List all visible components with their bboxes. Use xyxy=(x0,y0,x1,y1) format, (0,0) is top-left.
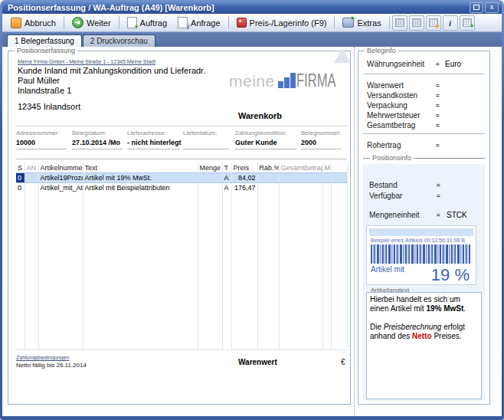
cell-preis[interactable]: 176,47 xyxy=(231,183,257,193)
col-header-preis[interactable]: Preis xyxy=(231,162,257,173)
field-value[interactable]: 10000 xyxy=(16,139,67,147)
col-header-text[interactable]: Text xyxy=(83,162,198,173)
cell-an[interactable] xyxy=(25,173,38,183)
info-label: Währungseinheit xyxy=(367,60,424,68)
table-row[interactable]: 0 Artikel19Prozent Artikel mit 19% MwSt.… xyxy=(16,173,347,183)
cell-t[interactable]: A xyxy=(222,183,231,193)
field-value[interactable]: - nicht hinterlegt xyxy=(127,139,179,147)
logo-word-meine: meine xyxy=(229,74,275,89)
langtext-netto: Netto xyxy=(412,332,432,340)
info-label: Versandkosten xyxy=(367,91,417,100)
col-header-an[interactable]: AN xyxy=(25,162,38,173)
field-label: Adressnummer: xyxy=(16,130,67,136)
price-stock-info-button[interactable]: Preis-/Lagerinfo (F9) xyxy=(231,15,332,30)
article-image[interactable]: Beispiel eines Artikels 00:12:56:31:98 B… xyxy=(366,225,476,285)
cell-blank xyxy=(331,183,347,193)
next-button[interactable]: ➜ Weiter xyxy=(67,15,116,31)
logo-bars-icon xyxy=(278,73,296,88)
table-row[interactable]: 0 Artikel_mit_Attribu Artikel mit Beispi… xyxy=(16,183,347,193)
tab-belegerfassung[interactable]: 1 Belegerfassung xyxy=(7,34,82,47)
titlebar[interactable]: Positionserfassung / WA-Auftrag (A49) [W… xyxy=(2,2,502,14)
field-label: Belegdatum: xyxy=(72,130,123,136)
order-button[interactable]: + Auftrag xyxy=(122,15,172,31)
col-header-menge[interactable]: Menge xyxy=(198,162,222,173)
payment-terms-link[interactable]: Zahlungsbedingungen xyxy=(16,355,69,360)
info-label: Gesamtbetrag xyxy=(367,121,415,130)
field-value[interactable] xyxy=(183,139,229,147)
main-area: Positionserfassung Meine Firma GmbH - Me… xyxy=(2,47,502,416)
cell-s[interactable]: 0 xyxy=(16,183,25,193)
field-value[interactable]: 27.10.2014 /Mo xyxy=(72,139,123,147)
cell-s-focused[interactable]: 0 xyxy=(16,173,25,183)
cell-artikelnummer[interactable]: Artikel19Prozent xyxy=(38,173,83,183)
table-edit-button[interactable] xyxy=(426,15,441,31)
info-icon: i xyxy=(449,18,451,28)
splitter-collapse-arrow-icon[interactable] xyxy=(334,48,351,63)
field-label: Zahlungskondition: xyxy=(235,130,296,136)
cell-preis[interactable]: 84,02 xyxy=(231,173,257,183)
cell-blank xyxy=(331,173,347,183)
equals-sign: = xyxy=(437,192,440,199)
application-window: Positionserfassung / WA-Auftrag (A49) [W… xyxy=(0,0,504,420)
close-button[interactable]: x xyxy=(485,2,499,13)
cell-text[interactable]: Artikel mit 19% MwSt. xyxy=(83,173,198,183)
table-empty-area[interactable] xyxy=(16,192,347,350)
artikellangtext-box[interactable]: Hierbei handelt es sich um einen Artikel… xyxy=(366,292,482,399)
col-header-s[interactable]: S xyxy=(16,162,25,173)
col-header-rab[interactable]: Rab.% xyxy=(257,162,279,173)
barcode-icon xyxy=(371,244,470,264)
table-add-button[interactable] xyxy=(460,15,475,31)
tab-strip: 1 Belegerfassung 2 Druckvorschau xyxy=(2,33,502,47)
restore-button[interactable] xyxy=(470,2,483,13)
sender-address-link[interactable]: Meine Firma GmbH - Meine Straße 1 - 1234… xyxy=(18,59,155,64)
positionsinfo-group-label: Positionsinfo xyxy=(370,154,414,162)
abort-button[interactable]: Abbruch xyxy=(5,15,61,31)
info-button[interactable]: i xyxy=(443,15,458,31)
langtext-segment: Preises. xyxy=(432,332,462,340)
field-value[interactable]: Guter Kunde xyxy=(235,139,296,147)
cell-t[interactable]: A xyxy=(222,173,231,183)
col-header-blank xyxy=(331,162,347,173)
cell-rab[interactable] xyxy=(257,183,279,193)
table-view-button[interactable] xyxy=(392,15,407,31)
col-header-gesamtbetrag[interactable]: Gesamtbetrag xyxy=(279,162,322,173)
field-lieferdatum: Lieferdatum: xyxy=(183,130,229,149)
divider xyxy=(16,126,347,126)
window-title: Positionserfassung / WA-Auftrag (A49) [W… xyxy=(2,3,214,12)
equals-sign: = xyxy=(436,122,440,129)
payment-terms-text: Netto fällig bis 26.11.2014 xyxy=(16,362,87,369)
table-view-2-button[interactable] xyxy=(409,15,424,31)
langtext-segment: . xyxy=(463,304,466,313)
cell-rab[interactable] xyxy=(257,173,279,183)
extras-button[interactable]: Extras xyxy=(337,15,386,30)
col-header-artikelnummer[interactable]: Artikelnummer xyxy=(38,162,83,173)
cell-artikelnummer[interactable]: Artikel_mit_Attribu xyxy=(38,183,83,193)
cell-m[interactable] xyxy=(322,183,331,193)
cell-an[interactable] xyxy=(25,183,38,193)
inquiry-button[interactable]: i Anfrage xyxy=(172,15,226,31)
pos-row-verfuegbar: Verfügbar = xyxy=(363,192,485,201)
field-belegdatum: Belegdatum: 27.10.2014 /Mo xyxy=(72,130,123,149)
logo-word-firma: FIRMA xyxy=(296,73,336,89)
cell-m[interactable] xyxy=(322,173,331,183)
info-label: Verfügbar xyxy=(369,192,402,200)
toolbar: Abbruch ➜ Weiter + Auftrag i Anfrage Pre… xyxy=(2,14,502,32)
col-header-m[interactable]: M xyxy=(322,162,331,173)
cell-gesamtbetrag[interactable] xyxy=(279,183,322,193)
field-value[interactable]: 2000 xyxy=(301,139,341,147)
equals-sign: = xyxy=(436,61,440,67)
col-header-t[interactable]: T xyxy=(222,162,231,173)
price-stock-info-icon xyxy=(237,18,247,28)
splitter-handle[interactable] xyxy=(354,47,355,416)
langtext-italic: Preisberechnung xyxy=(384,323,442,331)
cell-menge[interactable] xyxy=(198,183,222,193)
document-title: Warenkorb xyxy=(238,111,282,120)
field-label: Belegnummer: xyxy=(301,130,341,136)
cell-menge[interactable] xyxy=(198,173,222,183)
cell-text[interactable]: Artikel mit Beispielattributen xyxy=(83,183,198,193)
positionserfassung-group-label: Positionserfassung xyxy=(15,47,77,54)
tab-druckvorschau[interactable]: 2 Druckvorschau xyxy=(83,34,155,47)
total-label: Warenwert xyxy=(238,358,277,366)
cell-gesamtbetrag[interactable] xyxy=(279,173,322,183)
beleginfo-group-label: Beleginfo xyxy=(365,47,398,54)
